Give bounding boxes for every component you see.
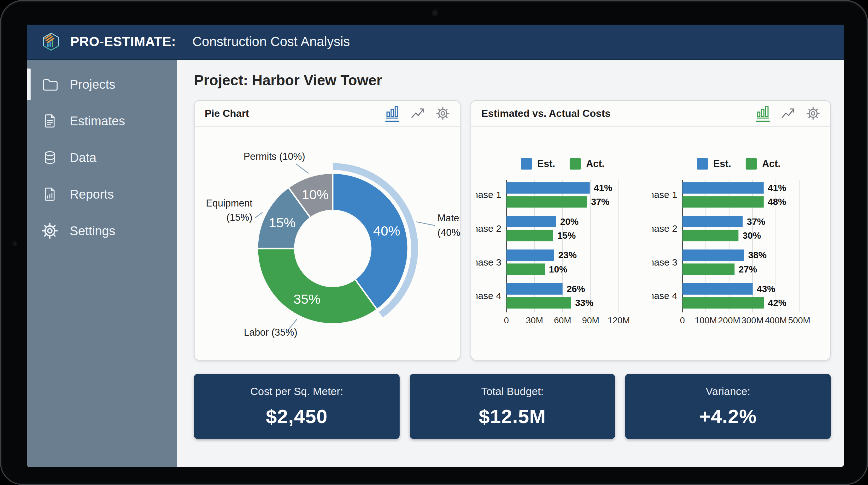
bar-estimated[interactable] bbox=[506, 182, 590, 194]
sidebar-item-estimates[interactable]: Estimates bbox=[27, 105, 177, 137]
bar-value-label: 30% bbox=[742, 230, 761, 240]
bar-value-label: 37% bbox=[591, 197, 609, 207]
tablet-device-frame: PRO-ESTIMATE: Construction Cost Analysis… bbox=[0, 0, 868, 485]
stat-card-variance: Variance:+4.2% bbox=[625, 374, 831, 439]
trend-view-icon[interactable] bbox=[781, 106, 795, 120]
legend: Est.Act. bbox=[521, 158, 604, 170]
bar-value-label: 48% bbox=[768, 197, 786, 207]
stat-card-total-budget: Total Budget:$12.5M bbox=[410, 374, 615, 439]
bar-plot: Phase 141%48%Phase 237%30%Phase 338%27%P… bbox=[652, 178, 825, 327]
bar-estimated[interactable] bbox=[506, 283, 563, 294]
trend-view-icon[interactable] bbox=[411, 106, 425, 120]
page-title: Project: Harbor View Tower bbox=[194, 72, 831, 89]
bar-value-label: 20% bbox=[560, 217, 579, 227]
bar-card-header: Estimated vs. Actual Costs bbox=[471, 101, 830, 126]
bar-chart-view-icon[interactable] bbox=[756, 105, 770, 122]
bar-value-label: 26% bbox=[567, 284, 585, 294]
bar-estimated[interactable] bbox=[683, 216, 743, 227]
bar-actual[interactable] bbox=[506, 196, 587, 207]
legend-entry: Act. bbox=[746, 158, 781, 170]
x-tick-label: 200M bbox=[718, 315, 740, 325]
app-subtitle: Construction Cost Analysis bbox=[192, 34, 350, 49]
pie-chart-card: Pie Chart 40%Materials(40%)35%Labor (35%… bbox=[194, 100, 461, 361]
bar-value-label: 43% bbox=[757, 284, 775, 294]
donut-chart: 40%Materials(40%)35%Labor (35%)15%Equipm… bbox=[195, 126, 460, 360]
x-tick-label: 60M bbox=[554, 315, 571, 325]
bar-value-label: 38% bbox=[748, 250, 767, 260]
brand-name: PRO-ESTIMATE: bbox=[70, 34, 176, 49]
bar-value-label: 15% bbox=[557, 230, 576, 240]
stat-label: Variance: bbox=[706, 385, 750, 398]
pie-callout-label: Permits (10%) bbox=[244, 151, 305, 162]
bar-estimated[interactable] bbox=[683, 283, 753, 294]
bar-panel-1: Est.Act.Phase 141%37%Phase 220%15%Phase … bbox=[476, 158, 649, 360]
chart-settings-gear-icon[interactable] bbox=[806, 106, 820, 120]
legend-swatch bbox=[569, 158, 581, 170]
pie-card-title: Pie Chart bbox=[205, 108, 249, 119]
bar-chart-view-icon[interactable] bbox=[385, 105, 399, 122]
front-camera-icon bbox=[432, 10, 438, 16]
charts-row: Pie Chart 40%Materials(40%)35%Labor (35%… bbox=[194, 100, 831, 361]
bar-estimated[interactable] bbox=[506, 250, 554, 261]
pie-inner-label: 40% bbox=[373, 223, 400, 238]
folder-icon bbox=[41, 76, 58, 93]
bar-card-toolbar bbox=[756, 105, 820, 122]
phase-label: Phase 4 bbox=[476, 290, 501, 301]
bar-value-label: 41% bbox=[594, 183, 612, 193]
stat-value: +4.2% bbox=[699, 405, 757, 428]
phase-label: Phase 3 bbox=[652, 257, 677, 267]
pie-callout-label: (15%) bbox=[226, 212, 252, 223]
callout-leader-line bbox=[416, 222, 435, 225]
sidebar-item-label: Data bbox=[70, 151, 96, 165]
sidebar-item-settings[interactable]: Settings bbox=[27, 215, 177, 247]
pie-callout-label: (40%) bbox=[437, 227, 460, 238]
pie-callout-label: Materials bbox=[437, 212, 460, 224]
x-tick-label: 0 bbox=[680, 315, 685, 325]
bar-actual[interactable] bbox=[506, 297, 571, 309]
callout-leader-line bbox=[296, 164, 309, 173]
bar-estimated[interactable] bbox=[683, 250, 744, 261]
chart-settings-gear-icon[interactable] bbox=[436, 106, 450, 120]
sidebar-item-projects[interactable]: Projects bbox=[27, 68, 177, 100]
legend-entry: Est. bbox=[521, 158, 555, 170]
phase-label: Phase 2 bbox=[476, 223, 501, 234]
pie-inner-label: 10% bbox=[302, 187, 329, 202]
phase-label: Phase 3 bbox=[476, 257, 501, 267]
bar-estimated[interactable] bbox=[683, 182, 764, 194]
report-icon bbox=[41, 186, 58, 203]
legend-label: Est. bbox=[713, 158, 731, 170]
pie-slice-labor[interactable] bbox=[257, 249, 377, 324]
bar-estimated[interactable] bbox=[506, 216, 556, 227]
bar-actual[interactable] bbox=[506, 230, 553, 241]
bar-actual[interactable] bbox=[506, 263, 545, 275]
bar-actual[interactable] bbox=[683, 196, 764, 207]
legend-label: Act. bbox=[586, 158, 604, 170]
pie-callout-label: Labor (35%) bbox=[244, 327, 298, 338]
stats-row: Cost per Sq. Meter:$2,450Total Budget:$1… bbox=[194, 374, 831, 439]
bar-actual[interactable] bbox=[683, 230, 739, 241]
file-text-icon bbox=[41, 112, 58, 130]
phase-label: Phase 4 bbox=[652, 290, 677, 301]
bar-chart-card: Estimated vs. Actual Costs Est.Act.Phase… bbox=[471, 100, 831, 361]
legend: Est.Act. bbox=[697, 158, 780, 170]
pie-inner-label: 35% bbox=[293, 291, 321, 307]
phase-label: Phase 1 bbox=[476, 190, 501, 200]
sidebar-item-data[interactable]: Data bbox=[27, 142, 177, 173]
gear-icon bbox=[41, 222, 58, 239]
bar-plot: Phase 141%37%Phase 220%15%Phase 323%10%P… bbox=[476, 178, 649, 327]
pie-callout-label: Equipment bbox=[206, 198, 253, 209]
bar-actual[interactable] bbox=[683, 297, 764, 309]
bar-actual[interactable] bbox=[683, 263, 735, 275]
grouped-bar-charts: Est.Act.Phase 141%37%Phase 220%15%Phase … bbox=[471, 126, 830, 360]
x-tick-label: 500M bbox=[788, 315, 810, 325]
side-camera-icon bbox=[12, 241, 17, 246]
sidebar-item-label: Projects bbox=[70, 77, 116, 91]
sidebar-item-label: Estimates bbox=[70, 114, 125, 128]
database-icon bbox=[41, 149, 58, 166]
app-header: PRO-ESTIMATE: Construction Cost Analysis bbox=[27, 25, 844, 60]
bar-card-title: Estimated vs. Actual Costs bbox=[481, 108, 611, 119]
phase-label: Phase 2 bbox=[652, 223, 677, 234]
sidebar-item-reports[interactable]: Reports bbox=[27, 178, 177, 210]
app-screen: PRO-ESTIMATE: Construction Cost Analysis… bbox=[27, 25, 844, 467]
bar-value-label: 41% bbox=[768, 183, 786, 193]
